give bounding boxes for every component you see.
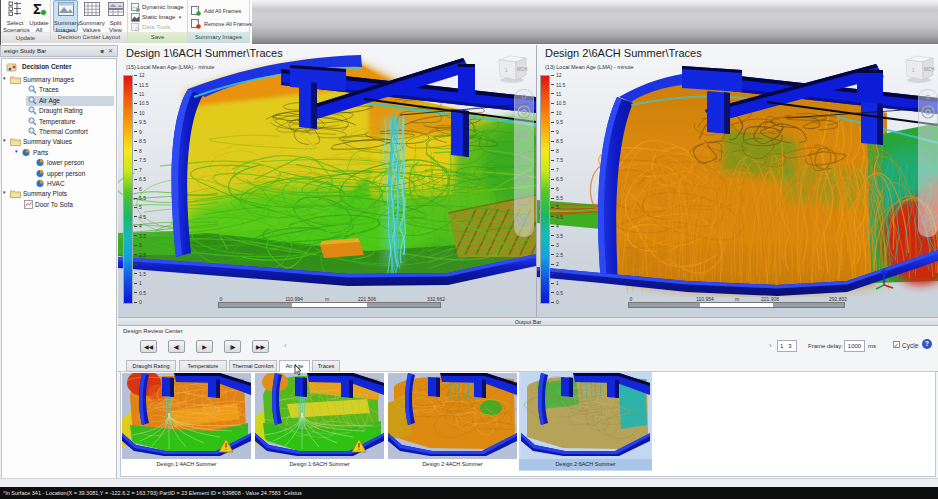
svg-text:MCH: MCH (924, 67, 934, 72)
svg-text:MCH: MCH (517, 67, 527, 72)
